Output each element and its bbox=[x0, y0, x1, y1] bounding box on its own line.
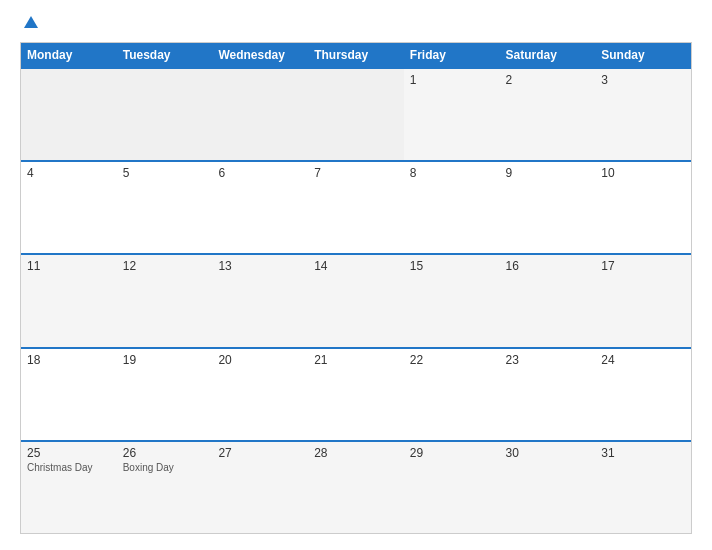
day-number: 2 bbox=[506, 73, 590, 87]
calendar-cell: 1 bbox=[404, 69, 500, 160]
calendar-week: 123 bbox=[21, 67, 691, 160]
calendar-week: 18192021222324 bbox=[21, 347, 691, 440]
day-of-week-header: Tuesday bbox=[117, 43, 213, 67]
calendar-cell: 26Boxing Day bbox=[117, 442, 213, 533]
calendar-cell: 31 bbox=[595, 442, 691, 533]
calendar-page: MondayTuesdayWednesdayThursdayFridaySatu… bbox=[0, 0, 712, 550]
day-number: 18 bbox=[27, 353, 111, 367]
day-event: Boxing Day bbox=[123, 462, 207, 473]
calendar-cell: 22 bbox=[404, 349, 500, 440]
day-of-week-header: Sunday bbox=[595, 43, 691, 67]
calendar-cell: 6 bbox=[212, 162, 308, 253]
calendar-cell: 27 bbox=[212, 442, 308, 533]
day-number: 9 bbox=[506, 166, 590, 180]
calendar-cell bbox=[308, 69, 404, 160]
day-number: 4 bbox=[27, 166, 111, 180]
calendar-cell: 3 bbox=[595, 69, 691, 160]
day-number: 27 bbox=[218, 446, 302, 460]
calendar-cell: 2 bbox=[500, 69, 596, 160]
day-number: 24 bbox=[601, 353, 685, 367]
calendar-week: 25Christmas Day26Boxing Day2728293031 bbox=[21, 440, 691, 533]
day-number: 26 bbox=[123, 446, 207, 460]
day-number: 19 bbox=[123, 353, 207, 367]
calendar-cell: 14 bbox=[308, 255, 404, 346]
calendar-cell: 13 bbox=[212, 255, 308, 346]
logo bbox=[20, 16, 40, 32]
day-number: 31 bbox=[601, 446, 685, 460]
day-number: 6 bbox=[218, 166, 302, 180]
calendar-header: MondayTuesdayWednesdayThursdayFridaySatu… bbox=[21, 43, 691, 67]
day-event: Christmas Day bbox=[27, 462, 111, 473]
day-number: 14 bbox=[314, 259, 398, 273]
calendar-grid: MondayTuesdayWednesdayThursdayFridaySatu… bbox=[20, 42, 692, 534]
day-number: 8 bbox=[410, 166, 494, 180]
calendar-cell: 7 bbox=[308, 162, 404, 253]
day-number: 28 bbox=[314, 446, 398, 460]
calendar-cell: 21 bbox=[308, 349, 404, 440]
day-number: 5 bbox=[123, 166, 207, 180]
day-number: 7 bbox=[314, 166, 398, 180]
day-of-week-header: Friday bbox=[404, 43, 500, 67]
header bbox=[20, 16, 692, 32]
calendar-cell bbox=[212, 69, 308, 160]
day-number: 29 bbox=[410, 446, 494, 460]
day-of-week-header: Wednesday bbox=[212, 43, 308, 67]
calendar-week: 11121314151617 bbox=[21, 253, 691, 346]
day-number: 3 bbox=[601, 73, 685, 87]
logo-icon bbox=[22, 14, 40, 32]
day-number: 1 bbox=[410, 73, 494, 87]
calendar-cell: 23 bbox=[500, 349, 596, 440]
day-number: 22 bbox=[410, 353, 494, 367]
calendar-cell bbox=[21, 69, 117, 160]
day-of-week-header: Saturday bbox=[500, 43, 596, 67]
calendar-cell: 11 bbox=[21, 255, 117, 346]
svg-marker-0 bbox=[24, 16, 38, 28]
calendar-cell: 5 bbox=[117, 162, 213, 253]
day-of-week-header: Thursday bbox=[308, 43, 404, 67]
day-number: 15 bbox=[410, 259, 494, 273]
calendar-cell: 15 bbox=[404, 255, 500, 346]
calendar-cell: 25Christmas Day bbox=[21, 442, 117, 533]
calendar-cell: 30 bbox=[500, 442, 596, 533]
calendar-cell: 10 bbox=[595, 162, 691, 253]
calendar-cell: 28 bbox=[308, 442, 404, 533]
day-number: 16 bbox=[506, 259, 590, 273]
calendar-cell: 17 bbox=[595, 255, 691, 346]
day-number: 23 bbox=[506, 353, 590, 367]
calendar-cell: 8 bbox=[404, 162, 500, 253]
calendar-cell: 20 bbox=[212, 349, 308, 440]
day-number: 21 bbox=[314, 353, 398, 367]
day-number: 25 bbox=[27, 446, 111, 460]
day-of-week-header: Monday bbox=[21, 43, 117, 67]
day-number: 20 bbox=[218, 353, 302, 367]
calendar-cell: 29 bbox=[404, 442, 500, 533]
day-number: 17 bbox=[601, 259, 685, 273]
calendar-cell: 19 bbox=[117, 349, 213, 440]
day-number: 12 bbox=[123, 259, 207, 273]
calendar-cell: 9 bbox=[500, 162, 596, 253]
calendar-cell: 16 bbox=[500, 255, 596, 346]
day-number: 11 bbox=[27, 259, 111, 273]
calendar-cell bbox=[117, 69, 213, 160]
calendar-week: 45678910 bbox=[21, 160, 691, 253]
day-number: 30 bbox=[506, 446, 590, 460]
calendar-cell: 4 bbox=[21, 162, 117, 253]
calendar-body: 1234567891011121314151617181920212223242… bbox=[21, 67, 691, 533]
day-number: 13 bbox=[218, 259, 302, 273]
calendar-cell: 18 bbox=[21, 349, 117, 440]
day-number: 10 bbox=[601, 166, 685, 180]
calendar-cell: 24 bbox=[595, 349, 691, 440]
calendar-cell: 12 bbox=[117, 255, 213, 346]
